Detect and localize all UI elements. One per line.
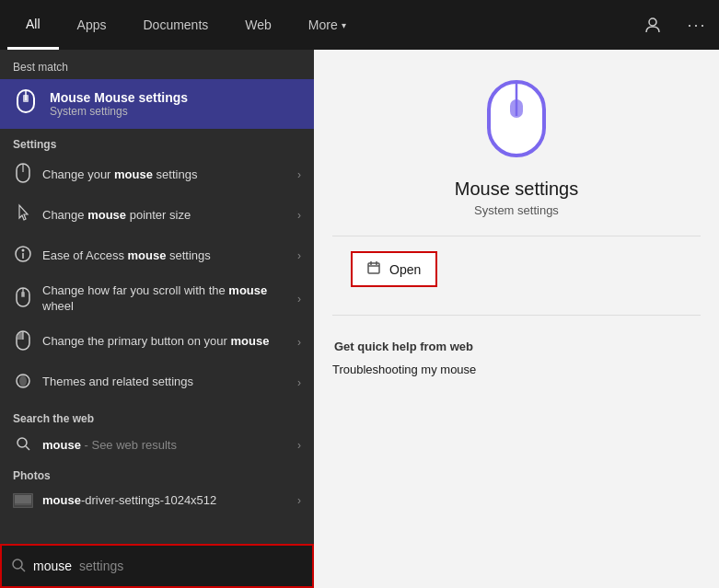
tab-web[interactable]: Web <box>226 0 290 50</box>
svg-rect-3 <box>23 95 29 102</box>
photo-item[interactable]: mouse-driver-settings-1024x512 › <box>0 486 314 515</box>
chevron-right-icon: › <box>297 209 301 222</box>
list-item-scroll-wheel[interactable]: Change how far you scroll with the mouse… <box>0 276 314 322</box>
best-match-title: Mouse Mouse settings <box>50 90 188 105</box>
list-item-primary-button[interactable]: Change the primary button on your mouse … <box>0 322 314 363</box>
svg-point-7 <box>22 249 25 252</box>
svg-point-0 <box>649 18 656 26</box>
web-search-text: mouse - See web results <box>42 438 288 452</box>
item-text: Change how far you scroll with the mouse… <box>42 283 288 315</box>
result-title: Mouse settings <box>455 179 579 200</box>
svg-rect-19 <box>15 495 31 503</box>
nav-tabs: All Apps Documents Web More ▾ <box>7 0 365 50</box>
open-button[interactable]: Open <box>351 251 437 287</box>
photo-item-text: mouse-driver-settings-1024x512 <box>42 493 288 507</box>
item-text: Ease of Access mouse settings <box>42 248 288 264</box>
mouse-settings-icon <box>13 88 39 120</box>
tab-more[interactable]: More ▾ <box>290 0 365 50</box>
chevron-down-icon: ▾ <box>342 20 346 30</box>
quick-help-title: Get quick help from web <box>332 340 701 353</box>
item-text: Themes and related settings <box>42 375 288 390</box>
search-web-icon <box>13 436 33 455</box>
search-bar[interactable]: mouse <box>0 544 314 588</box>
pointer-icon <box>13 203 33 227</box>
open-row: Open <box>332 251 701 315</box>
mouse-icon <box>13 163 33 187</box>
search-input[interactable] <box>79 559 303 573</box>
tab-all[interactable]: All <box>7 0 59 50</box>
chevron-right-icon: › <box>297 494 301 507</box>
more-options-icon-button[interactable]: ··· <box>682 10 712 40</box>
right-panel: Mouse settings System settings Open <box>314 50 719 588</box>
user-icon-button[interactable] <box>638 10 667 40</box>
list-item-change-mouse-settings[interactable]: Change your mouse settings › <box>0 155 314 195</box>
best-match-subtitle: System settings <box>50 105 188 118</box>
mouse-icon-large <box>484 77 549 164</box>
open-label: Open <box>389 262 421 277</box>
best-match-text: Mouse Mouse settings System settings <box>50 90 188 118</box>
item-text: Change the primary button on your mouse <box>42 334 288 350</box>
left-panel: Best match Mouse Mouse settings System s… <box>0 50 314 588</box>
result-subtitle: System settings <box>474 203 559 217</box>
quick-help-section: Get quick help from web Troubleshooting … <box>332 330 701 378</box>
themes-icon <box>13 373 33 393</box>
photo-thumbnail-icon <box>13 493 33 508</box>
svg-rect-26 <box>368 263 379 273</box>
settings-section-label: Settings <box>0 129 314 155</box>
svg-line-16 <box>26 446 29 450</box>
item-text: Change your mouse settings <box>42 167 288 183</box>
chevron-right-icon: › <box>297 376 301 389</box>
svg-rect-25 <box>510 99 523 118</box>
svg-line-22 <box>21 568 25 571</box>
primary-button-icon <box>13 330 33 354</box>
chevron-right-icon: › <box>297 249 301 262</box>
item-text: Change mouse pointer size <box>42 208 288 224</box>
best-match-label: Best match <box>0 50 314 79</box>
search-icon <box>11 558 26 575</box>
web-search-item[interactable]: mouse - See web results › <box>0 429 314 462</box>
tab-documents[interactable]: Documents <box>124 0 226 50</box>
quick-help-link[interactable]: Troubleshooting my mouse <box>332 361 701 378</box>
list-item-pointer-size[interactable]: Change mouse pointer size › <box>0 195 314 236</box>
list-item-ease-access[interactable]: Ease of Access mouse settings › <box>0 236 314 276</box>
svg-rect-20 <box>15 503 31 505</box>
scroll-icon <box>13 287 33 311</box>
list-item-themes[interactable]: Themes and related settings › <box>0 363 314 403</box>
chevron-right-icon: › <box>297 293 301 306</box>
divider2 <box>332 315 701 316</box>
tab-apps[interactable]: Apps <box>59 0 125 50</box>
chevron-right-icon: › <box>297 439 301 452</box>
right-panel-inner: Mouse settings System settings Open <box>332 77 701 378</box>
chevron-right-icon: › <box>297 168 301 181</box>
main-content: Best match Mouse Mouse settings System s… <box>0 50 719 588</box>
search-typed-text: mouse <box>33 559 72 573</box>
photos-label: Photos <box>0 462 314 486</box>
svg-point-15 <box>17 438 27 447</box>
svg-point-21 <box>13 559 22 569</box>
best-match-item[interactable]: Mouse Mouse settings System settings <box>0 79 314 129</box>
divider <box>332 236 701 236</box>
chevron-right-icon: › <box>297 336 301 349</box>
svg-rect-11 <box>21 292 25 297</box>
web-search-label: Search the web <box>0 403 314 429</box>
ease-access-icon <box>13 246 33 266</box>
nav-icon-group: ··· <box>638 10 712 40</box>
open-window-icon <box>367 260 382 278</box>
top-nav: All Apps Documents Web More ▾ ··· <box>0 0 719 50</box>
